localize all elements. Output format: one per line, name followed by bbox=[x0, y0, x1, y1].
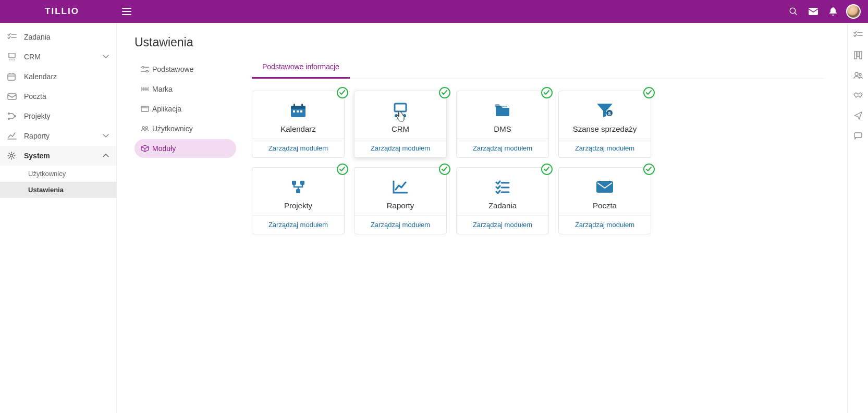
rail-send-icon[interactable] bbox=[854, 111, 862, 120]
page-title: Ustawienia bbox=[135, 35, 236, 49]
subnav-moduly[interactable]: Moduły bbox=[135, 139, 236, 158]
module-card-body: Kalendarz bbox=[252, 91, 344, 139]
bell-icon[interactable] bbox=[824, 3, 842, 20]
check-enabled-icon bbox=[643, 164, 655, 175]
tab-bar: Podstawowe informacje bbox=[252, 56, 825, 79]
envelope-icon bbox=[563, 177, 646, 197]
nodes-icon bbox=[256, 177, 340, 197]
crm-icon bbox=[359, 101, 442, 120]
rail-tasks-icon[interactable] bbox=[853, 31, 863, 39]
sidebar-subitem-uzytkownicy[interactable]: Użytkownicy bbox=[0, 166, 116, 182]
module-card-poczta: PocztaZarządzaj modułem bbox=[558, 167, 651, 234]
sliders-icon bbox=[141, 66, 152, 72]
module-name: Poczta bbox=[563, 201, 646, 210]
chart-icon bbox=[359, 177, 442, 197]
subnav-aplikacja[interactable]: Aplikacja bbox=[135, 99, 236, 118]
svg-rect-20 bbox=[294, 104, 295, 107]
module-card-raporty: RaportyZarządzaj modułem bbox=[354, 167, 447, 234]
sidebar-item-projekty[interactable]: Projekty bbox=[0, 106, 116, 126]
sidebar-item-crm[interactable]: CRM bbox=[0, 47, 116, 67]
tab-podstawowe-informacje[interactable]: Podstawowe informacje bbox=[252, 56, 350, 79]
mail-outline-icon bbox=[7, 93, 21, 100]
svg-rect-47 bbox=[854, 133, 862, 137]
sidebar-item-raporty[interactable]: Raporty bbox=[0, 126, 116, 146]
subnav-label: Marka bbox=[152, 85, 173, 93]
chevron-down-icon bbox=[103, 55, 109, 59]
module-card-projekty: ProjektyZarządzaj modułem bbox=[252, 167, 345, 234]
svg-rect-37 bbox=[296, 189, 300, 193]
checklist-icon bbox=[461, 177, 544, 197]
user-avatar[interactable] bbox=[846, 4, 861, 19]
manage-module-link[interactable]: Zarządzaj modułem bbox=[354, 215, 446, 234]
svg-rect-7 bbox=[8, 94, 16, 99]
menu-toggle-icon[interactable] bbox=[122, 8, 131, 15]
svg-point-3 bbox=[9, 59, 10, 60]
subnav-marka[interactable]: Marka bbox=[135, 80, 236, 98]
subnav-label: Aplikacja bbox=[152, 105, 181, 113]
manage-module-link[interactable]: Zarządzaj modułem bbox=[457, 139, 548, 157]
svg-point-45 bbox=[855, 72, 858, 76]
sidebar-item-label: System bbox=[24, 152, 103, 160]
svg-rect-43 bbox=[857, 52, 859, 57]
module-name: Kalendarz bbox=[256, 124, 340, 133]
rail-contacts-icon[interactable] bbox=[853, 72, 863, 79]
svg-text:$: $ bbox=[608, 111, 610, 116]
app-icon bbox=[141, 106, 152, 112]
svg-rect-14 bbox=[141, 106, 149, 111]
rail-handshake-icon[interactable] bbox=[853, 92, 863, 99]
svg-rect-35 bbox=[292, 181, 296, 185]
sidebar-item-kalendarz[interactable]: Kalendarz bbox=[0, 67, 116, 86]
svg-point-9 bbox=[8, 118, 10, 120]
module-cards-grid: KalendarzZarządzaj modułemCRMZarządzaj m… bbox=[252, 91, 825, 234]
sidebar-subitem-ustawienia[interactable]: Ustawienia bbox=[0, 182, 116, 198]
check-enabled-icon bbox=[541, 87, 553, 98]
manage-module-link[interactable]: Zarządzaj modułem bbox=[252, 215, 344, 234]
content-area: Podstawowe informacje KalendarzZarządzaj… bbox=[236, 35, 841, 401]
svg-rect-2 bbox=[9, 53, 15, 58]
check-enabled-icon bbox=[337, 164, 348, 175]
check-enabled-icon bbox=[439, 87, 450, 98]
check-enabled-icon bbox=[439, 164, 450, 175]
svg-rect-26 bbox=[395, 104, 406, 111]
folders-icon bbox=[461, 101, 544, 120]
rail-chat-icon[interactable] bbox=[854, 132, 862, 140]
module-card-crm: CRMZarządzaj modułem bbox=[354, 91, 447, 158]
manage-module-link[interactable]: Zarządzaj modułem bbox=[559, 139, 651, 157]
gear-icon bbox=[7, 152, 21, 160]
sidebar-item-zadania[interactable]: Zadania bbox=[0, 27, 116, 47]
svg-point-12 bbox=[142, 66, 144, 68]
module-card-kalendarz: KalendarzZarządzaj modułem bbox=[252, 91, 345, 158]
subnav-uzytkownicy[interactable]: Użytkownicy bbox=[135, 119, 236, 138]
sidebar-item-label: Projekty bbox=[24, 112, 109, 120]
mail-icon[interactable] bbox=[804, 3, 822, 20]
manage-module-link[interactable]: Zarządzaj modułem bbox=[457, 215, 548, 234]
svg-rect-24 bbox=[300, 110, 302, 112]
sidebar-item-poczta[interactable]: Poczta bbox=[0, 86, 116, 106]
sidebar-item-system[interactable]: System bbox=[0, 146, 116, 166]
manage-module-link[interactable]: Zarządzaj modułem bbox=[354, 139, 446, 157]
right-rail bbox=[847, 23, 868, 413]
svg-point-8 bbox=[8, 112, 10, 115]
calendar-icon bbox=[256, 101, 340, 120]
check-enabled-icon bbox=[337, 87, 348, 98]
subnav-label: Podstawowe bbox=[152, 65, 193, 73]
svg-point-46 bbox=[859, 73, 861, 76]
calendar-icon bbox=[7, 72, 21, 81]
search-icon[interactable] bbox=[785, 3, 802, 20]
module-card-body: Poczta bbox=[559, 168, 651, 215]
package-icon bbox=[141, 145, 152, 152]
brand-logo: TILLIO bbox=[7, 6, 117, 17]
sidebar-item-label: Poczta bbox=[24, 92, 109, 101]
module-name: DMS bbox=[461, 124, 544, 133]
check-enabled-icon bbox=[643, 87, 655, 98]
svg-rect-36 bbox=[300, 181, 304, 185]
manage-module-link[interactable]: Zarządzaj modułem bbox=[559, 215, 651, 234]
svg-rect-21 bbox=[301, 104, 303, 107]
rail-kanban-icon[interactable] bbox=[854, 51, 862, 59]
subnav-podstawowe[interactable]: Podstawowe bbox=[135, 60, 236, 79]
module-card-dms: DMSZarządzaj modułem bbox=[456, 91, 549, 158]
module-card-body: Projekty bbox=[252, 168, 344, 215]
svg-rect-22 bbox=[293, 110, 295, 112]
manage-module-link[interactable]: Zarządzaj modułem bbox=[252, 139, 344, 157]
sidebar-item-label: Kalendarz bbox=[24, 72, 109, 81]
